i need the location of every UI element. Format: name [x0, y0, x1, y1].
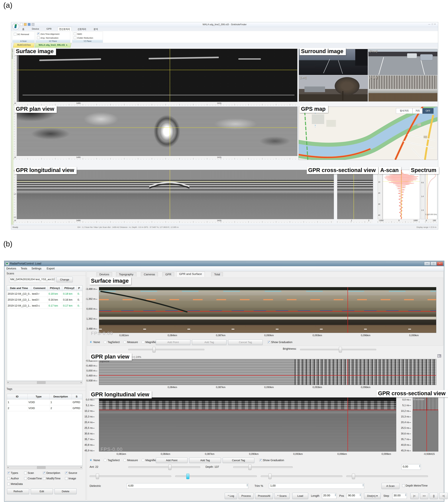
filter-description[interactable]: Description [43, 471, 60, 474]
scans-table-header[interactable]: Date and Time Comment PtGrey1 PtGrey2 P [7, 285, 82, 291]
maximize-button[interactable]: □ [431, 262, 436, 266]
ribbon-tab-analysis[interactable]: 분석 [92, 27, 99, 31]
checkbox-icon[interactable] [14, 33, 16, 35]
tab-devices[interactable]: Devices [96, 272, 112, 277]
radio-magnifier[interactable]: Magnifier [142, 459, 157, 462]
scan-path-field[interactable]: NM_DATA/20191204 test_YS3_acc12/ [9, 277, 55, 282]
menu-settings[interactable]: Settings [32, 267, 41, 270]
scans-table[interactable]: Date and Time Comment PtGrey1 PtGrey2 P … [7, 285, 82, 381]
step-spinbox[interactable]: 30.00▲▼ [392, 493, 407, 499]
amp-normalization-checkbox[interactable]: Amp. Normalization [37, 36, 59, 39]
surface-image-view[interactable] [17, 49, 297, 102]
gpr-cross-sectional-image[interactable]: frontview [413, 397, 438, 452]
checkbox-icon[interactable] [74, 36, 76, 39]
ribbon-tab-signal[interactable]: 신호처리 [76, 27, 88, 31]
radio-magnifier[interactable]: Magnifier [142, 341, 157, 344]
tab-gpr[interactable]: GPR [162, 272, 174, 277]
pan-slider-4[interactable] [346, 475, 428, 477]
gpr-cross-sectional-view[interactable] [337, 170, 373, 219]
scan-row[interactable]: 2019-12-04_(13_1... test3 l 0.16 km 0.16… [7, 297, 82, 303]
pan-slider-1[interactable] [90, 475, 171, 477]
tab-multigridview[interactable]: MultiGridView [13, 43, 35, 47]
cancel-tag-button[interactable]: Cancel Tag [223, 457, 254, 463]
tag-row[interactable]: 2 VOID 2 GPRD [7, 405, 82, 411]
add-point-button[interactable]: Add Point [156, 340, 190, 345]
add-point-button[interactable]: Add Point [156, 457, 188, 463]
gpr-plan-image[interactable]: topview [99, 359, 436, 385]
scans-button[interactable]: ^ Scans [274, 493, 289, 499]
zero-time-checkbox[interactable]: Zero Time Alignment [37, 32, 60, 35]
tab-close-icon[interactable]: x [66, 44, 68, 46]
menu-tests[interactable]: Tests [21, 267, 27, 270]
minimize-button[interactable]: — [424, 262, 430, 266]
process-button[interactable]: Process [239, 493, 254, 499]
dielectric-spinbox[interactable]: 4,00▲▼ [127, 483, 248, 489]
brightness-slider[interactable] [300, 349, 376, 350]
stop-button[interactable]: [] [430, 493, 438, 499]
depth-metre-time-checkbox[interactable]: Depth Metre/Time [402, 484, 428, 487]
ribbon-tab-gpr[interactable]: GPR [45, 27, 53, 31]
radio-none[interactable]: None [90, 341, 100, 344]
tab-topography[interactable]: Topography [116, 272, 136, 277]
ribbon-tab-preprocess[interactable]: 전신호처리 [58, 27, 71, 31]
processall-button[interactable]: ProcessAll [255, 493, 273, 499]
tab-total[interactable]: Total [211, 272, 223, 277]
nmo-checkbox[interactable]: NMO [74, 32, 82, 35]
gps-map-view[interactable]: 탐사거리 거리 OFF [299, 107, 437, 160]
ant-slider[interactable] [128, 466, 200, 468]
first-button[interactable]: |< [410, 493, 419, 499]
side-strip[interactable]: GPR Control [11, 47, 14, 225]
tags-table[interactable]: ID Type Description S 1 VOID 1 GPRD 2 VO… [7, 394, 82, 466]
map-button-scan-distance[interactable]: 탐사거리 [396, 108, 413, 114]
filter-createtime[interactable]: CreateTime [24, 477, 42, 480]
gpr-longitudinal-view[interactable]: 0.0 1.0 2.0 [17, 170, 334, 219]
tags-hscrollbar[interactable]: ◂▸ [7, 466, 82, 469]
menu-export[interactable]: Export [47, 267, 55, 270]
scan-row[interactable]: 2019-12-04_(13_1... test3 c 0.17 km 0.17… [7, 303, 82, 309]
tags-table-header[interactable]: ID Type Description S [7, 394, 82, 399]
tab-gpr-and-surface[interactable]: GPR and Surface [176, 272, 205, 277]
radio-none[interactable]: None [90, 459, 100, 462]
edit-button[interactable]: Edit [31, 488, 53, 494]
radio-tagselect[interactable]: TagSelect [104, 459, 120, 462]
dc-removal-checkbox[interactable]: DC Removal [14, 33, 29, 35]
map-button-off[interactable]: OFF [422, 108, 433, 114]
zoom-slider[interactable] [128, 349, 204, 350]
pan-slider-3[interactable] [261, 475, 342, 477]
window-controls[interactable]: —□× [428, 23, 437, 25]
filter-metadata[interactable]: MetaData [7, 482, 23, 486]
camera-right[interactable]: [Right] [368, 76, 437, 102]
add-tag-button[interactable]: Add Tag [192, 340, 226, 345]
scans-hscrollbar[interactable]: ◂▸ [7, 381, 82, 384]
a-scan-button[interactable]: A Scan [382, 483, 400, 489]
surface-image[interactable] [99, 287, 436, 333]
change-button[interactable]: Change [56, 277, 73, 282]
filter-source[interactable]: Source [65, 471, 77, 474]
ascan-plot[interactable] [383, 170, 420, 219]
spectrum-plot[interactable]: 0.1@0.000 GHz [425, 170, 437, 219]
ribbon-tab-device[interactable]: Device [31, 27, 40, 31]
map-button-distance[interactable]: 거리 [413, 108, 422, 114]
tab-dataset[interactable]: MALA sdg_line2_006.rd3 x [34, 43, 71, 47]
tag-row[interactable]: 1 VOID 1 GPRD [7, 399, 82, 405]
offset-spinbox[interactable]: 0,00▲▼ [401, 464, 421, 470]
log-button[interactable]: ^ Log [225, 493, 237, 499]
filter-scan[interactable]: Scan [24, 471, 34, 474]
radio-measure[interactable]: Measure [123, 459, 138, 462]
forward-button[interactable]: >> [420, 493, 428, 499]
checkbox-icon[interactable] [37, 36, 40, 39]
tab-cameras[interactable]: Cameras [141, 272, 158, 277]
filter-image[interactable]: Image [65, 477, 76, 480]
filter-types[interactable]: Types [7, 471, 18, 474]
show-graduation-checkbox[interactable]: Show Graduation [259, 459, 284, 462]
cancel-tag-button[interactable]: Cancel Tag [228, 340, 263, 345]
checkbox-icon[interactable] [37, 32, 40, 35]
length-spinbox[interactable]: 20.00▲▼ [322, 493, 336, 499]
depth-slider[interactable] [233, 466, 293, 468]
radio-tagselect[interactable]: TagSelect [104, 341, 120, 344]
quick-access-toolbar[interactable] [20, 23, 34, 26]
refresh-button[interactable]: Refresh [7, 488, 29, 494]
last-button[interactable]: >| [439, 493, 448, 499]
filter-modifytime[interactable]: ModifyTime [43, 477, 61, 480]
menu-devices[interactable]: Devices [6, 267, 16, 270]
